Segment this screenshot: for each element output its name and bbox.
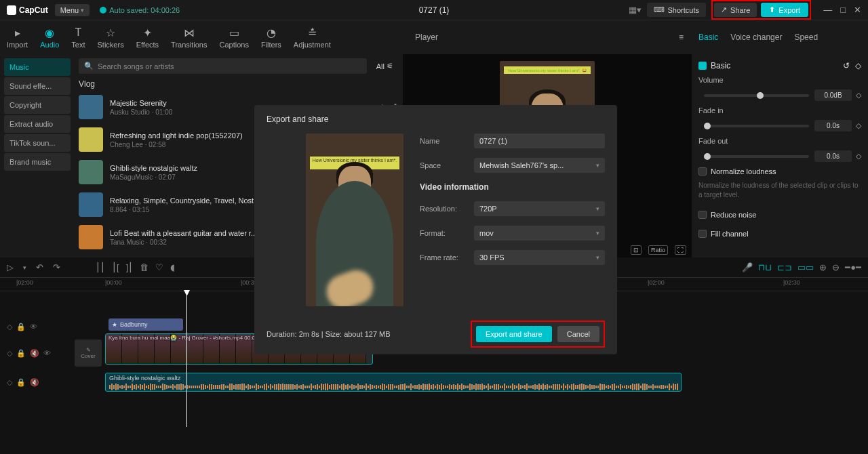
space-label: Space [420, 161, 474, 169]
name-row: Name 0727 (1) [420, 133, 605, 148]
resolution-label: Resolution: [420, 205, 474, 213]
format-row: Format: mov▾ [420, 226, 605, 241]
export-and-share-button[interactable]: Export and share [476, 326, 552, 342]
modal-body: How Universionic my sister thinks I am*.… [267, 133, 605, 306]
duration-text: Duration: 2m 8s | Size: about 127 MB [267, 330, 391, 338]
framerate-select[interactable]: 30 FPS▾ [474, 250, 605, 265]
resolution-row: Resolution: 720P▾ [420, 201, 605, 216]
video-info-title: Video information [420, 182, 605, 192]
export-preview: How Universionic my sister thinks I am*.… [306, 133, 403, 306]
chevron-down-icon: ▾ [596, 205, 599, 212]
cancel-button[interactable]: Cancel [557, 326, 599, 342]
name-input[interactable]: 0727 (1) [474, 133, 605, 148]
framerate-row: Frame rate: 30 FPS▾ [420, 250, 605, 265]
footer-buttons-highlight: Export and share Cancel [471, 321, 605, 348]
format-select[interactable]: mov▾ [474, 226, 605, 241]
modal-title: Export and share [267, 115, 605, 124]
format-label: Format: [420, 229, 474, 237]
resolution-select[interactable]: 720P▾ [474, 201, 605, 216]
space-select[interactable]: Mehwish Saleh767's sp...▾ [474, 158, 605, 173]
export-modal: Export and share How Universionic my sis… [254, 105, 617, 354]
chevron-down-icon: ▾ [596, 230, 599, 236]
name-label: Name [420, 137, 474, 145]
chevron-down-icon: ▾ [596, 162, 599, 169]
chevron-down-icon: ▾ [596, 254, 599, 261]
framerate-label: Frame rate: [420, 253, 474, 262]
space-row: Space Mehwish Saleh767's sp...▾ [420, 158, 605, 173]
export-form: Name 0727 (1) Space Mehwish Saleh767's s… [420, 133, 605, 306]
modal-footer: Duration: 2m 8s | Size: about 127 MB Exp… [267, 321, 605, 348]
